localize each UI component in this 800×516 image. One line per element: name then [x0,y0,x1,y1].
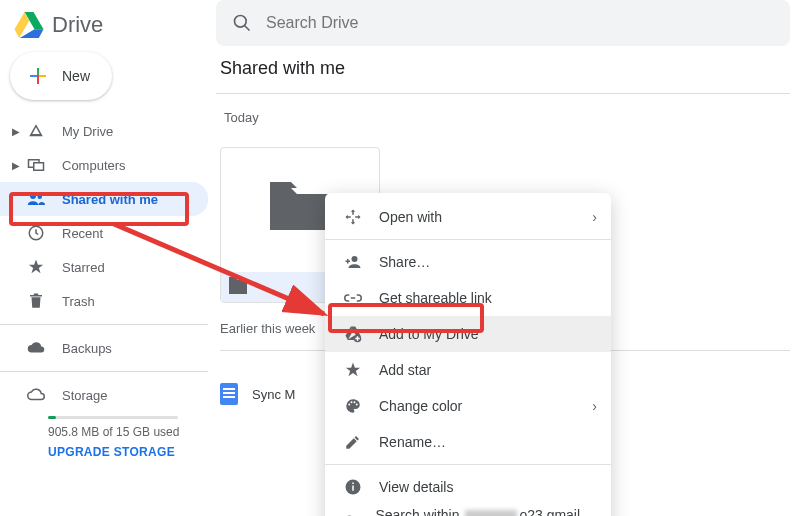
nav-label: Storage [48,388,108,403]
search-bar[interactable] [216,0,790,46]
open-with-icon [341,208,365,226]
nav-list: ▶ My Drive ▶ Computers Shared with me Re… [0,114,216,412]
link-icon [341,289,365,307]
ctx-label: Rename… [379,434,446,450]
ctx-open-with[interactable]: Open with › [325,199,611,235]
ctx-get-link[interactable]: Get shareable link [325,280,611,316]
cloud-outline-icon [24,386,48,404]
upgrade-storage-link[interactable]: UPGRADE STORAGE [48,439,216,459]
palette-icon [341,397,365,415]
nav-recent[interactable]: Recent [0,216,208,250]
redacted-text [465,510,517,516]
ctx-label: Share… [379,254,430,270]
page-title: Shared with me [216,58,800,93]
trash-icon [24,292,48,310]
nav-trash[interactable]: Trash [0,284,208,318]
chevron-right-icon: ▶ [8,160,24,171]
svg-point-10 [354,401,356,403]
storage-block: 905.8 MB of 15 GB used UPGRADE STORAGE [0,412,216,459]
drive-add-icon [341,325,365,343]
chevron-right-icon: › [592,209,597,225]
nav-storage[interactable]: Storage [0,378,208,412]
svg-rect-1 [34,163,44,171]
ctx-label: Change color [379,398,462,414]
divider [216,93,790,94]
section-today: Today [220,104,800,147]
star-icon [24,258,48,276]
svg-point-5 [235,16,247,28]
nav-separator [0,324,208,325]
nav-backups[interactable]: Backups [0,331,208,365]
nav-separator [0,371,208,372]
ctx-search-within[interactable]: Search within o23 gmail account [325,505,611,516]
search-icon [232,13,252,33]
storage-usage: 905.8 MB of 15 GB used [48,425,216,439]
svg-rect-14 [352,483,354,485]
sidebar: Drive New ▶ My Drive ▶ Computers Share [0,0,216,516]
app-name: Drive [52,12,103,38]
nav-my-drive[interactable]: ▶ My Drive [0,114,208,148]
nav-computers[interactable]: ▶ Computers [0,148,208,182]
folder-mini-icon [229,280,247,294]
docs-icon [220,383,238,405]
svg-rect-13 [352,486,354,491]
ctx-add-star[interactable]: Add star [325,352,611,388]
drive-logo-icon [14,12,44,38]
plus-icon [26,64,50,88]
people-icon [24,190,48,208]
chevron-right-icon: ▶ [8,126,24,137]
nav-label: Shared with me [48,192,158,207]
context-menu: Open with › Share… Get shareable link Ad… [325,193,611,516]
ctx-label: Get shareable link [379,290,492,306]
new-button-label: New [62,68,90,84]
drive-logo-row[interactable]: Drive [0,8,216,52]
svg-point-2 [30,193,36,199]
ctx-separator [325,464,611,465]
cloud-icon [24,339,48,357]
star-icon [341,361,365,379]
doc-title: Sync M [252,387,295,402]
ctx-share[interactable]: Share… [325,244,611,280]
ctx-label: View details [379,479,453,495]
nav-label: My Drive [48,124,113,139]
ctx-label: Add star [379,362,431,378]
info-icon [341,478,365,496]
new-button[interactable]: New [10,52,112,100]
search-input[interactable] [266,14,774,32]
svg-point-8 [348,404,350,406]
clock-icon [24,224,48,242]
ctx-change-color[interactable]: Change color › [325,388,611,424]
ctx-rename[interactable]: Rename… [325,424,611,460]
svg-point-3 [38,195,43,200]
svg-point-6 [352,256,358,262]
drive-triangle-icon [24,122,48,140]
rename-icon [341,433,365,451]
nav-label: Backups [48,341,112,356]
chevron-right-icon: › [592,398,597,414]
nav-shared-with-me[interactable]: Shared with me [0,182,208,216]
ctx-label: Open with [379,209,442,225]
nav-label: Computers [48,158,126,173]
ctx-label: Add to My Drive [379,326,479,342]
ctx-label: Search within o23 gmail account [375,507,595,516]
nav-label: Trash [48,294,95,309]
svg-point-9 [351,401,353,403]
computers-icon [24,156,48,174]
ctx-separator [325,239,611,240]
ctx-add-to-drive[interactable]: Add to My Drive [325,316,611,352]
svg-point-11 [356,404,358,406]
storage-bar [48,416,178,419]
person-add-icon [341,253,365,271]
nav-label: Starred [48,260,105,275]
ctx-view-details[interactable]: View details [325,469,611,505]
nav-starred[interactable]: Starred [0,250,208,284]
nav-label: Recent [48,226,103,241]
